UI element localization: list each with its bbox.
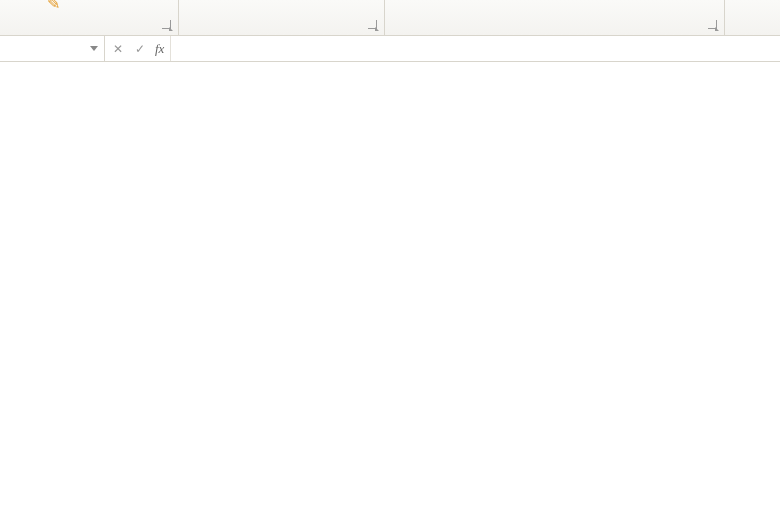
formula-bar-controls: ✕ ✓ fx	[105, 36, 171, 61]
format-painter-icon[interactable]: ✎	[47, 0, 60, 13]
alignment-dialog-launcher-icon[interactable]	[708, 20, 717, 29]
font-dialog-launcher-icon[interactable]	[368, 20, 377, 29]
spreadsheet-grid[interactable]	[0, 62, 780, 520]
accept-formula-icon[interactable]: ✓	[131, 40, 149, 58]
formula-bar-row: ✕ ✓ fx	[0, 36, 780, 62]
formula-bar-input[interactable]	[171, 36, 780, 61]
chevron-down-icon[interactable]	[90, 46, 98, 51]
fx-icon[interactable]: fx	[153, 41, 166, 57]
ribbon: ✎	[0, 0, 780, 36]
name-box[interactable]	[0, 36, 105, 61]
clipboard-dialog-launcher-icon[interactable]	[162, 20, 171, 29]
cancel-formula-icon[interactable]: ✕	[109, 40, 127, 58]
